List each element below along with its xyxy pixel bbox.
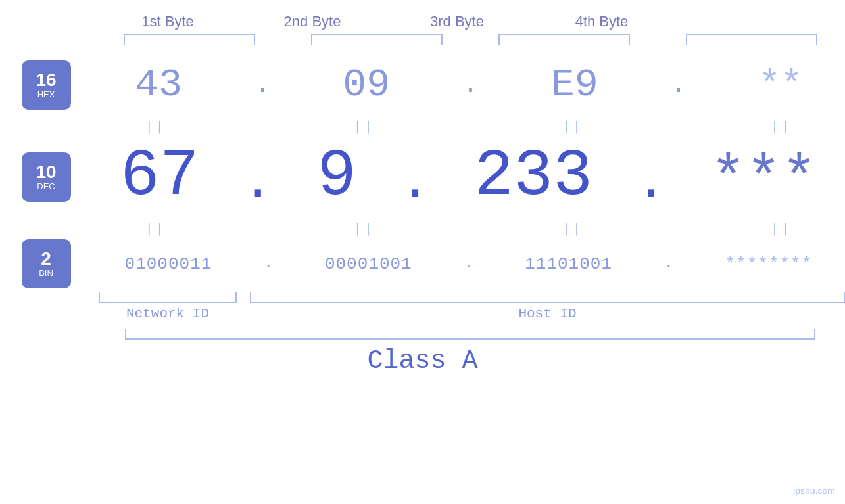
bottom-brackets [95, 292, 845, 303]
top-bracket-3 [498, 34, 630, 45]
bin-badge: 2 BIN [22, 239, 71, 288]
eq-1-4: || [761, 118, 801, 134]
byte-label-2: 2nd Byte [240, 13, 385, 30]
eq-1-3: || [553, 118, 592, 134]
bin-val-3: 11101001 [525, 254, 612, 274]
hex-val-1: 43 [135, 62, 182, 107]
bin-val-2: 00001001 [325, 254, 412, 274]
dec-val-3: 233 [474, 144, 592, 210]
host-bracket [250, 292, 845, 303]
dec-dot-3: . [636, 157, 667, 210]
network-bracket [99, 292, 237, 303]
watermark: ipshu.com [793, 486, 835, 496]
full-bottom-bracket [125, 329, 815, 340]
top-bracket-4 [686, 34, 817, 45]
hex-val-4: ** [759, 64, 802, 106]
byte-label-3: 3rd Byte [385, 13, 529, 30]
eq-2-4: || [761, 220, 801, 236]
dec-val-4: *** [710, 150, 817, 210]
bin-dot-3: . [664, 256, 673, 272]
eq-1-2: || [345, 118, 384, 134]
eq-2-1: || [136, 220, 176, 236]
dec-val-2: 9 [317, 144, 356, 210]
hex-val-2: 09 [343, 62, 390, 107]
hex-dot-2: . [462, 70, 478, 100]
dec-row: 10 DEC 67 . 9 . 233 . *** [0, 137, 845, 216]
dec-dot-2: . [399, 157, 431, 210]
bin-val-1: 01000011 [125, 254, 212, 274]
host-id-label: Host ID [250, 306, 845, 321]
byte-label-1: 1st Byte [95, 13, 240, 30]
hex-badge: 16 HEX [22, 60, 71, 110]
hex-row: 16 HEX 43 . 09 . E9 . ** [0, 55, 845, 114]
bin-row: 2 BIN 01000011 . 00001001 . 11101001 . *… [0, 239, 845, 288]
bin-dot-1: . [264, 256, 273, 272]
class-label: Class A [0, 346, 845, 376]
network-id-label: Network ID [99, 306, 237, 321]
dec-val-1: 67 [120, 144, 199, 210]
main-container: 1st Byte 2nd Byte 3rd Byte 4th Byte 16 H… [0, 0, 845, 504]
top-bracket-1 [124, 34, 255, 45]
eq-row-2: || || || || [0, 216, 845, 239]
top-bracket-2 [311, 34, 443, 45]
hex-dot-3: . [671, 70, 687, 100]
bin-dot-2: . [464, 256, 473, 272]
hex-dot-1: . [254, 70, 270, 100]
byte-label-4: 4th Byte [529, 13, 674, 30]
bin-val-4: ******** [725, 254, 813, 274]
eq-2-2: || [345, 220, 384, 236]
id-labels: Network ID Host ID [95, 306, 845, 321]
dec-badge: 10 DEC [22, 152, 71, 202]
hex-val-3: E9 [551, 62, 598, 107]
eq-row-1: || || || || [0, 114, 845, 137]
eq-2-3: || [553, 220, 592, 236]
dec-dot-1: . [242, 157, 274, 210]
eq-1-1: || [136, 118, 176, 134]
